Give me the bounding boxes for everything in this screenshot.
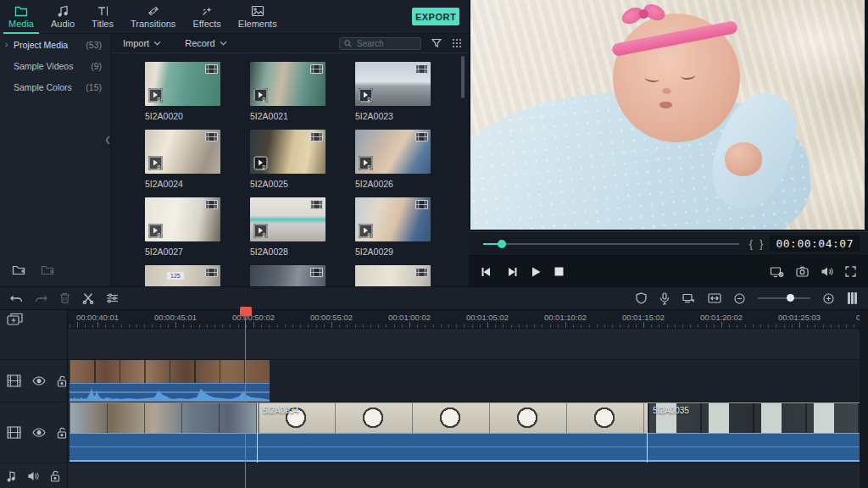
playhead-handle[interactable] <box>240 307 252 316</box>
chevron-down-icon <box>220 41 227 46</box>
clip-thumbnail[interactable]: p <box>250 62 326 106</box>
stop-icon[interactable] <box>554 267 564 276</box>
speaker-icon[interactable] <box>27 471 39 481</box>
timeline-clip-v2c[interactable]: 5I2A0035 <box>647 402 860 463</box>
clip-thumbnail[interactable]: p <box>145 62 220 106</box>
marker-icon[interactable] <box>682 293 695 304</box>
clip-thumbnail[interactable]: p <box>355 62 431 106</box>
tab-titles[interactable]: Titles <box>83 0 122 34</box>
film-strip-icon <box>7 426 21 439</box>
scrubber-handle[interactable] <box>498 240 506 248</box>
media-clip-item[interactable]: p 5I2A0026 <box>355 130 431 192</box>
undo-icon[interactable] <box>10 293 23 303</box>
export-button[interactable]: EXPORT <box>412 8 459 25</box>
mark-in-icon[interactable]: { <box>749 237 753 250</box>
audio-track-lane[interactable] <box>68 463 868 488</box>
timeline-clip-v2b[interactable]: 5I2A0034 <box>257 402 647 463</box>
baby-nose <box>662 88 671 94</box>
sidebar-item-sample-colors[interactable]: Sample Colors (15) <box>0 76 110 97</box>
preview-viewport[interactable] <box>470 0 865 230</box>
tab-elements[interactable]: Elements <box>230 0 286 34</box>
preview-scrubber[interactable] <box>483 243 739 245</box>
clip-thumbnail[interactable]: p <box>355 197 431 241</box>
scissors-icon[interactable] <box>82 292 94 304</box>
film-strip-icon <box>310 268 323 277</box>
lock-icon[interactable] <box>50 470 60 482</box>
previous-frame-icon[interactable] <box>481 267 492 277</box>
media-clip-item[interactable]: p 125 <box>145 265 220 286</box>
media-clip-item[interactable]: p 5I2A0027 <box>145 197 220 260</box>
play-icon[interactable] <box>531 267 541 277</box>
lock-icon[interactable] <box>57 427 67 439</box>
timeline-ruler[interactable]: 00:00:40:0100:00:45:0100:00:50:0200:00:5… <box>68 310 868 329</box>
zoom-in-icon[interactable] <box>823 293 834 304</box>
clip-thumbnail[interactable]: p <box>250 130 326 174</box>
shield-icon[interactable] <box>636 292 647 304</box>
media-clip-item[interactable]: p <box>355 265 431 286</box>
media-scrollbar[interactable] <box>461 56 465 98</box>
media-clip-item[interactable]: p 5I2A0024 <box>145 130 220 192</box>
tab-label: Media <box>8 19 34 29</box>
clip-thumbnail[interactable]: p 125 <box>145 265 220 286</box>
redo-icon[interactable] <box>35 293 47 303</box>
sidebar-item-sample-videos[interactable]: Sample Videos (9) <box>0 55 110 76</box>
tab-audio[interactable]: Audio <box>42 0 83 34</box>
lock-icon[interactable] <box>57 375 67 387</box>
delete-folder-icon[interactable] <box>41 263 56 276</box>
sidebar-collapse-icon[interactable]: ❮ <box>104 129 111 151</box>
media-clip-item[interactable]: p 5I2A0021 <box>250 62 326 125</box>
search-box[interactable] <box>339 37 421 50</box>
clip-thumbnail[interactable]: p <box>355 130 431 174</box>
manage-tracks-icon[interactable] <box>7 313 24 326</box>
timeline-empty-lane[interactable] <box>68 329 868 360</box>
eye-icon[interactable] <box>32 376 46 385</box>
clip-thumbnail[interactable]: p <box>250 265 326 286</box>
search-input[interactable] <box>355 38 415 49</box>
import-button[interactable]: Import <box>123 38 161 48</box>
display-settings-icon[interactable] <box>770 266 784 278</box>
media-clip-item[interactable]: p 5I2A0020 <box>145 62 220 125</box>
adjust-icon[interactable] <box>106 293 119 303</box>
media-clip-item[interactable]: p <box>250 265 326 286</box>
clip-thumbnail[interactable]: p <box>145 130 220 174</box>
top-navigation-bar: Media Audio Titles Transitions Effects <box>0 0 469 34</box>
volume-icon[interactable] <box>821 266 833 277</box>
clip-name: 5I2A0029 <box>355 247 431 257</box>
record-button[interactable]: Record <box>185 38 226 48</box>
fit-timeline-icon[interactable] <box>708 293 721 303</box>
filter-icon[interactable] <box>431 38 442 48</box>
video-track-1-lane[interactable] <box>68 360 868 402</box>
timeline-zoom-slider[interactable] <box>758 297 810 299</box>
tab-media[interactable]: Media <box>0 0 42 34</box>
ruler-timecode-label: 00:01:05:02 <box>466 313 509 322</box>
grid-view-icon[interactable] <box>452 38 462 48</box>
tab-label: Audio <box>51 19 75 29</box>
clip-thumbnail[interactable]: p <box>250 197 326 241</box>
microphone-icon[interactable] <box>659 292 670 305</box>
next-frame-icon[interactable] <box>506 267 518 277</box>
mark-out-icon[interactable]: } <box>760 237 763 250</box>
clip-thumbnail[interactable]: p <box>145 197 220 241</box>
tab-effects[interactable]: Effects <box>184 0 229 34</box>
video-track-2-lane[interactable]: 5I2A0034 5I2A0035 <box>68 402 868 463</box>
timeline-clip-v1[interactable] <box>70 360 270 402</box>
media-clip-item[interactable]: p 5I2A0028 <box>250 197 326 260</box>
media-clip-item[interactable]: p 5I2A0023 <box>355 62 431 125</box>
expand-arrow-icon[interactable]: › <box>5 40 14 49</box>
add-folder-icon[interactable] <box>12 263 27 276</box>
timeline-clip-v2a[interactable] <box>70 402 257 463</box>
track-manager-icon[interactable] <box>847 291 858 305</box>
fullscreen-icon[interactable] <box>845 266 856 277</box>
zoom-slider-handle[interactable] <box>787 294 794 302</box>
clip-thumbnail[interactable]: p <box>355 265 431 286</box>
snapshot-camera-icon[interactable] <box>796 266 809 277</box>
tab-transitions[interactable]: Transitions <box>122 0 184 34</box>
sidebar-item-project-media[interactable]: › Project Media (53) <box>0 34 110 55</box>
media-clip-item[interactable]: p 5I2A0029 <box>355 197 431 260</box>
proxy-play-icon: p <box>148 156 163 170</box>
playback-controls <box>469 257 868 286</box>
trash-icon[interactable] <box>59 292 70 304</box>
media-clip-item[interactable]: p 5I2A0025 <box>250 130 326 192</box>
zoom-out-icon[interactable] <box>734 293 745 304</box>
eye-icon[interactable] <box>32 428 46 437</box>
